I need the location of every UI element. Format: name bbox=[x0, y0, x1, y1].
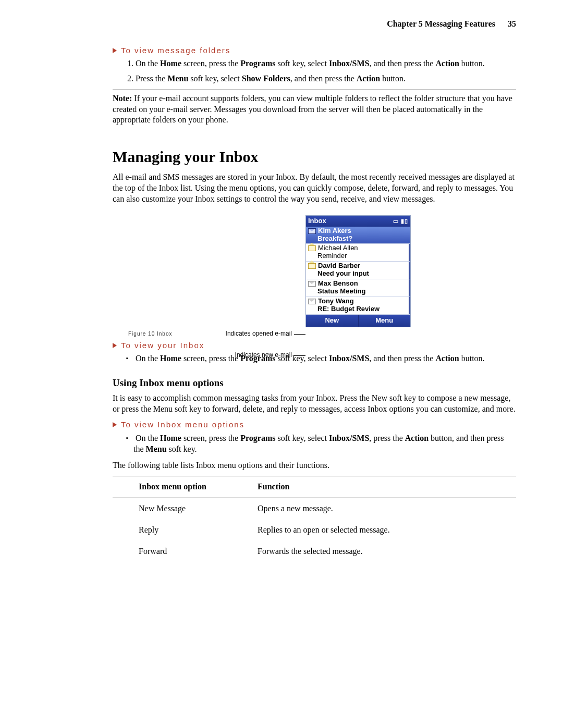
table-row: ReplyReplies to an open or selected mess… bbox=[113, 520, 516, 541]
softkey-new[interactable]: New bbox=[306, 315, 358, 327]
figure-caption: Figure 10 Inbox bbox=[128, 330, 516, 337]
phone-titlebar: Inbox ▭ ▮▯ bbox=[306, 216, 410, 227]
cell-function: Opens a new message. bbox=[258, 498, 516, 520]
bullet-1: On the Home screen, press the Programs s… bbox=[131, 353, 516, 364]
phone-title: Inbox bbox=[308, 217, 326, 226]
inbox-row[interactable]: Max BensonStatus Meeting bbox=[306, 279, 410, 297]
envelope-closed-icon bbox=[308, 281, 316, 287]
inbox-row[interactable]: David BarberNeed your input bbox=[306, 262, 410, 279]
main-heading: Managing your Inbox bbox=[113, 146, 516, 167]
inbox-row[interactable]: Tony WangRE: Budget Review bbox=[306, 297, 410, 315]
phone-screenshot: Inbox ▭ ▮▯ Kim AkersBreakfast?Michael Al… bbox=[305, 215, 411, 327]
cell-option: Forward bbox=[113, 541, 258, 562]
callout-opened-email: Indicates opened e-mail bbox=[226, 330, 305, 338]
softkey-menu[interactable]: Menu bbox=[358, 315, 411, 327]
table-row: ForwardForwards the selected message. bbox=[113, 541, 516, 562]
intro-paragraph: All e-mail and SMS messages are stored i… bbox=[113, 172, 516, 204]
inbox-row[interactable]: Michael AllenReminder bbox=[306, 244, 410, 262]
phone-softkeys: New Menu bbox=[306, 315, 410, 327]
table-row: New MessageOpens a new message. bbox=[113, 498, 516, 520]
envelope-closed-icon bbox=[308, 299, 316, 304]
bullets-view-options: On the Home screen, press the Programs s… bbox=[124, 433, 516, 455]
battery-icon: ▭ bbox=[393, 218, 399, 224]
envelope-closed-icon bbox=[308, 228, 316, 234]
subject-line: Need your input bbox=[317, 270, 408, 278]
bullets-view-inbox: On the Home screen, press the Programs s… bbox=[124, 353, 516, 364]
sender-name: David Barber bbox=[318, 262, 360, 270]
cell-option: Reply bbox=[113, 520, 258, 541]
envelope-open-icon bbox=[308, 245, 316, 251]
chapter-title: Messaging Features bbox=[425, 19, 495, 28]
page-number: 35 bbox=[508, 19, 516, 28]
status-icons: ▭ ▮▯ bbox=[393, 217, 408, 225]
subject-line: Breakfast? bbox=[317, 235, 408, 243]
th-option: Inbox menu option bbox=[113, 476, 258, 498]
bullet-1: On the Home screen, press the Programs s… bbox=[131, 433, 516, 455]
sender-name: Kim Akers bbox=[318, 227, 351, 235]
step-2: Press the Menu soft key, select Show Fol… bbox=[136, 73, 516, 84]
sub-heading-using-options: Using Inbox menu options bbox=[113, 377, 516, 390]
triangle-icon bbox=[113, 343, 117, 348]
callout-new-email: Indicates new e-mail bbox=[235, 351, 305, 360]
triangle-icon bbox=[113, 422, 117, 427]
section-heading-view-options: To view Inbox menu options bbox=[113, 419, 516, 430]
th-function: Function bbox=[258, 476, 516, 498]
subject-line: Status Meeting bbox=[317, 288, 408, 295]
subject-line: Reminder bbox=[317, 252, 408, 260]
sender-name: Max Benson bbox=[318, 280, 358, 288]
steps-view-folders: On the Home screen, press the Programs s… bbox=[124, 58, 516, 84]
inbox-row[interactable]: Kim AkersBreakfast? bbox=[306, 227, 410, 244]
signal-icon: ▮▯ bbox=[401, 218, 408, 224]
sender-name: Tony Wang bbox=[318, 298, 354, 305]
table-intro: The following table lists Inbox menu opt… bbox=[113, 460, 516, 471]
subject-line: RE: Budget Review bbox=[317, 305, 408, 313]
cell-function: Replies to an open or selected message. bbox=[258, 520, 516, 541]
phone-list: Kim AkersBreakfast?Michael AllenReminder… bbox=[306, 227, 410, 315]
note-rule bbox=[113, 90, 516, 90]
triangle-icon bbox=[113, 48, 117, 53]
running-header: Chapter 5 Messaging Features 35 bbox=[113, 19, 516, 30]
cell-option: New Message bbox=[113, 498, 258, 520]
options-table: Inbox menu option Function New MessageOp… bbox=[113, 476, 516, 562]
cell-function: Forwards the selected message. bbox=[258, 541, 516, 562]
chapter-label: Chapter 5 bbox=[387, 19, 423, 28]
note-text: Note: If your e-mail account supports fo… bbox=[113, 93, 516, 126]
sender-name: Michael Allen bbox=[318, 244, 358, 252]
step-1: On the Home screen, press the Programs s… bbox=[136, 58, 516, 69]
envelope-open-icon bbox=[308, 263, 316, 269]
section-heading-view-inbox: To view your Inbox bbox=[113, 340, 516, 351]
section-heading-view-folders: To view message folders bbox=[113, 45, 516, 56]
using-paragraph: It is easy to accomplish common messagin… bbox=[113, 393, 516, 415]
figure-10: Indicates opened e-mail Indicates new e-… bbox=[113, 215, 516, 327]
